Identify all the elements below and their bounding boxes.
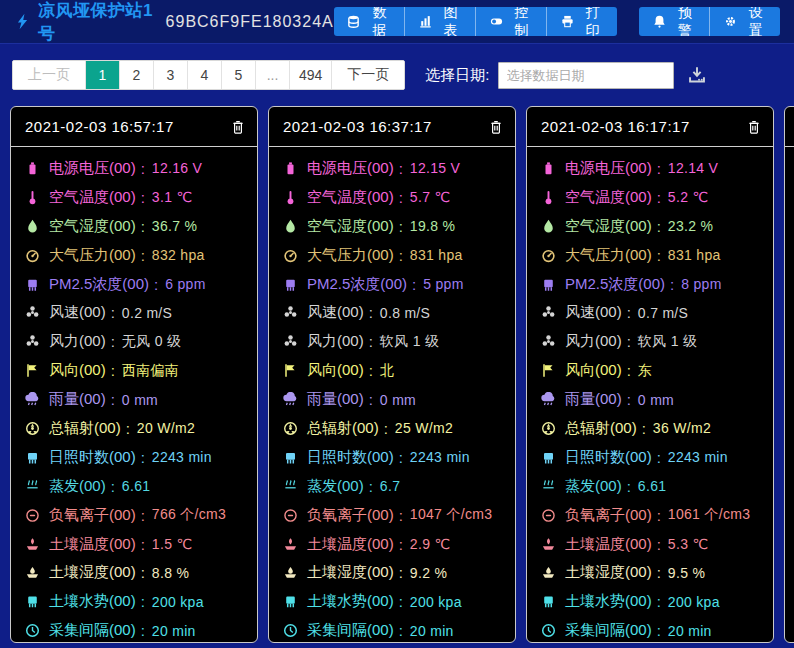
sensor-value: 0 mm xyxy=(380,392,416,408)
page-button-1[interactable]: 1 xyxy=(86,61,120,89)
sensor-label: 日照时数(00) xyxy=(49,448,136,467)
print-button[interactable]: 打印 xyxy=(547,7,617,36)
toolbar: 上一页12345...494下一页 选择日期: xyxy=(12,60,782,90)
sensor-row-soil-water-potential: 土壤水势(00):200 kpa xyxy=(539,587,761,616)
date-filter-label: 选择日期: xyxy=(425,66,489,85)
sensor-value: 23.2 % xyxy=(668,218,713,234)
sensor-label: 日照时数(00) xyxy=(307,448,394,467)
soil-thermometer-icon xyxy=(539,537,557,552)
page-button-5[interactable]: 5 xyxy=(222,61,256,89)
sensor-row-total-radiation: 总辐射(00):36 W/m2 xyxy=(539,414,761,443)
data-button[interactable]: 数据 xyxy=(334,7,405,36)
sensor-label: 总辐射(00) xyxy=(49,419,121,438)
label-value-separator: : xyxy=(657,218,661,235)
label-value-separator: : xyxy=(111,304,115,321)
alert-button[interactable]: 预警 xyxy=(639,7,710,36)
label-value-separator: : xyxy=(657,536,661,553)
trash-icon[interactable] xyxy=(487,120,505,134)
settings-button[interactable]: 设置 xyxy=(710,7,780,36)
fan-icon xyxy=(281,305,299,320)
label-value-separator: : xyxy=(399,160,403,177)
label-value-separator: : xyxy=(154,276,158,293)
sensor-row-air-pressure: 大气压力(00):831 hpa xyxy=(281,241,503,270)
label-value-separator: : xyxy=(399,449,403,466)
download-button[interactable] xyxy=(688,63,706,87)
card-list: 2021-02-03 16:57:17电源电压(00):12.16 V空气温度(… xyxy=(10,106,794,643)
sensor-row-negative-oxygen-ion: 负氧离子(00):766 个/cm3 xyxy=(23,501,245,530)
clock-icon xyxy=(23,623,41,638)
card-header xyxy=(785,107,794,147)
sensor-value: 3.1 ℃ xyxy=(152,189,193,205)
label-value-separator: : xyxy=(627,391,631,408)
page-button-3[interactable]: 3 xyxy=(154,61,188,89)
card-body: 电源电压(00):12.15 V空气温度(00):5.7 ℃空气湿度(00):1… xyxy=(269,147,515,645)
label-value-separator: : xyxy=(399,536,403,553)
station-title: 凉风垭保护站1号 xyxy=(38,0,156,45)
pressure-gauge-icon xyxy=(281,248,299,263)
page-button-2[interactable]: 2 xyxy=(120,61,154,89)
sensor-value: 20 W/m2 xyxy=(137,420,195,436)
sensor-label: 空气湿度(00) xyxy=(49,217,136,236)
sensor-label: 雨量(00) xyxy=(49,390,106,409)
sensor-label: 蒸发(00) xyxy=(307,477,364,496)
humidity-icon xyxy=(539,219,557,234)
date-input[interactable] xyxy=(498,62,674,89)
sensor-value: 5.3 ℃ xyxy=(668,536,709,552)
card-timestamp: 2021-02-03 16:37:17 xyxy=(283,118,432,135)
trash-icon[interactable] xyxy=(745,120,763,134)
trash-icon[interactable] xyxy=(229,120,247,134)
sensor-label: 日照时数(00) xyxy=(565,448,652,467)
pm25-sensor-icon xyxy=(281,277,299,292)
pressure-gauge-icon xyxy=(539,248,557,263)
sensor-value: 8.8 % xyxy=(152,565,189,581)
sensor-value: 9.5 % xyxy=(668,565,705,581)
chart-icon xyxy=(418,15,433,28)
sensor-row-wind-force: 风力(00):无风 0 级 xyxy=(23,327,245,356)
sensor-label: 空气温度(00) xyxy=(565,188,652,207)
pm25-sensor-icon xyxy=(23,277,41,292)
sensor-row-air-pressure: 大气压力(00):832 hpa xyxy=(23,241,245,270)
sensor-value: 6.61 xyxy=(638,478,666,494)
sensor-value: 12.14 V xyxy=(668,160,718,176)
pressure-gauge-icon xyxy=(23,248,41,263)
sensor-label: 土壤湿度(00) xyxy=(565,563,652,582)
label-value-separator: : xyxy=(657,564,661,581)
label-value-separator: : xyxy=(141,564,145,581)
flag-icon xyxy=(23,363,41,378)
page-button-494[interactable]: 494 xyxy=(290,61,332,89)
sensor-row-wind-direction: 风向(00):东 xyxy=(539,356,761,385)
sensor-label: 大气压力(00) xyxy=(307,246,394,265)
data-card: 2021-02-03 16:37:17电源电压(00):12.15 V空气温度(… xyxy=(268,106,516,643)
label-value-separator: : xyxy=(369,478,373,495)
battery-icon xyxy=(23,161,41,176)
sensor-value: 软风 1 级 xyxy=(380,333,439,351)
sensor-value: 1061 个/cm3 xyxy=(668,506,750,524)
sensor-value: 东 xyxy=(638,362,652,380)
sensor-value: 36.7 % xyxy=(152,218,197,234)
label-value-separator: : xyxy=(657,247,661,264)
sensor-label: 总辐射(00) xyxy=(565,419,637,438)
sensor-row-evaporation: 蒸发(00):6.61 xyxy=(23,472,245,501)
sensor-label: 土壤水势(00) xyxy=(565,592,652,611)
chart-button[interactable]: 图表 xyxy=(405,7,476,36)
sensor-value: 5.2 ℃ xyxy=(668,189,709,205)
card-body: 电源电压(00):12.14 V空气温度(00):5.2 ℃空气湿度(00):2… xyxy=(527,147,773,645)
page-prev-button[interactable]: 上一页 xyxy=(13,61,86,89)
sensor-value: 5.7 ℃ xyxy=(410,189,451,205)
page-button-4[interactable]: 4 xyxy=(188,61,222,89)
soil-moisture-icon xyxy=(539,565,557,580)
download-icon xyxy=(688,63,706,87)
control-button[interactable]: 控制 xyxy=(476,7,547,36)
page-next-button[interactable]: 下一页 xyxy=(332,61,404,89)
sensor-row-rainfall: 雨量(00):0 mm xyxy=(539,385,761,414)
label-value-separator: : xyxy=(399,247,403,264)
soil-moisture-icon xyxy=(23,565,41,580)
sensor-row-sunshine-hours: 日照时数(00):2243 min xyxy=(281,443,503,472)
card-timestamp: 2021-02-03 16:17:17 xyxy=(541,118,690,135)
label-value-separator: : xyxy=(657,449,661,466)
label-value-separator: : xyxy=(399,507,403,524)
sensor-label: 总辐射(00) xyxy=(307,419,379,438)
card-body: 电源电压(00):12.16 V空气温度(00):3.1 ℃空气湿度(00):3… xyxy=(11,147,257,645)
sensor-label: 电源电压(00) xyxy=(49,159,136,178)
label-value-separator: : xyxy=(141,507,145,524)
